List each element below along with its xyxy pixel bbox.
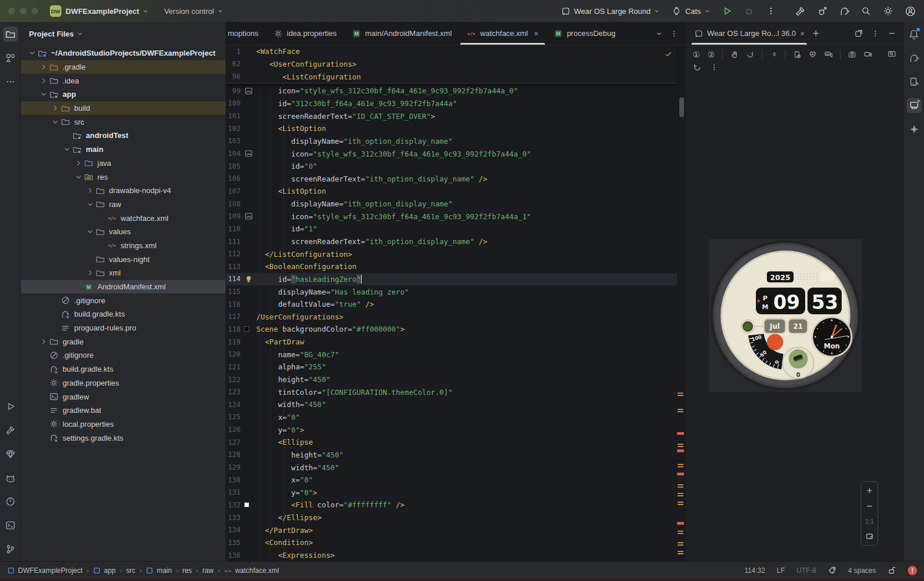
tree-chevron-icon[interactable]: [38, 76, 49, 86]
breadcrumb-item[interactable]: main: [145, 567, 172, 575]
open-in-window-icon[interactable]: [854, 29, 863, 38]
account-button[interactable]: [904, 5, 916, 17]
code-line[interactable]: 123tintColor="[CONFIGURATION.themeColor.…: [226, 386, 677, 398]
line-number[interactable]: 125: [226, 413, 241, 421]
device-settings-icon[interactable]: [793, 50, 801, 59]
code-line[interactable]: 112</ListConfiguration>: [226, 248, 677, 260]
line-number[interactable]: 1: [226, 48, 241, 56]
gutter-color-swatch-white[interactable]: [241, 502, 256, 507]
line-number[interactable]: 129: [226, 463, 241, 471]
more-actions-button[interactable]: [765, 5, 777, 17]
tree-item[interactable]: androidTest: [21, 129, 225, 143]
breadcrumb-item[interactable]: res: [182, 567, 192, 575]
build-button[interactable]: [794, 5, 806, 17]
window-controls[interactable]: [8, 8, 38, 14]
tree-item[interactable]: values-night: [21, 252, 225, 266]
code-line[interactable]: 135<Condition>: [226, 536, 677, 549]
code-line[interactable]: 1<WatchFace: [226, 45, 677, 58]
code-line[interactable]: 105id="0": [226, 160, 677, 173]
code-line[interactable]: 62<UserConfigurations>: [226, 58, 677, 71]
line-number[interactable]: 106: [226, 175, 241, 183]
line-number[interactable]: 107: [226, 187, 241, 195]
gemini-tool-button[interactable]: [907, 122, 922, 137]
line-number[interactable]: 133: [226, 514, 241, 522]
screenshot-icon[interactable]: [848, 50, 856, 59]
tree-chevron-icon[interactable]: [27, 48, 37, 58]
tree-item[interactable]: gradle: [21, 335, 225, 348]
breadcrumb-item[interactable]: </>watchface.xml: [224, 567, 279, 575]
warning-stripe-mark[interactable]: [678, 493, 683, 494]
tree-chevron-icon[interactable]: [85, 227, 95, 237]
close-icon[interactable]: ×: [800, 29, 805, 38]
debug-button[interactable]: [743, 5, 755, 17]
tree-chevron-icon[interactable]: [73, 158, 83, 168]
tree-item[interactable]: gradle.properties: [21, 376, 225, 390]
tree-item[interactable]: .gitignore: [21, 293, 225, 307]
code-line[interactable]: 101screenReaderText="ID_CAT_STEP_OVER">: [226, 110, 677, 122]
line-number[interactable]: 123: [226, 388, 241, 396]
line-number[interactable]: 103: [226, 137, 241, 145]
line-number[interactable]: 102: [226, 125, 241, 133]
code-line[interactable]: 136<Expressions>: [226, 549, 677, 561]
line-number[interactable]: 114: [226, 275, 241, 283]
line-number[interactable]: 111: [226, 238, 241, 246]
settings-button[interactable]: [882, 5, 894, 17]
toolbar-kebab-icon[interactable]: [710, 63, 718, 71]
tree-item[interactable]: </>strings.xml: [21, 239, 225, 253]
line-number[interactable]: 112: [226, 250, 241, 258]
tree-item[interactable]: MAndroidManifest.xml: [21, 280, 225, 294]
line-number[interactable]: 101: [226, 112, 241, 120]
breadcrumb-item[interactable]: app: [93, 567, 115, 575]
line-number[interactable]: 105: [226, 162, 241, 170]
line-number[interactable]: 108: [226, 200, 241, 208]
terminal-tool-button[interactable]: [3, 518, 18, 533]
caret-position-widget[interactable]: 114:32: [744, 567, 765, 575]
profiler-button[interactable]: [816, 5, 828, 17]
tree-item[interactable]: .gitignore: [21, 348, 225, 362]
code-line[interactable]: 122height="450": [226, 373, 677, 386]
line-number[interactable]: 104: [226, 150, 241, 158]
screen-record-icon[interactable]: [864, 49, 872, 59]
profiler-tool-button[interactable]: [3, 446, 18, 462]
add-device-tab-button[interactable]: [812, 29, 820, 38]
code-line[interactable]: 121alpha="255": [226, 361, 677, 373]
maximize-window-button[interactable]: [31, 8, 38, 14]
tree-item[interactable]: Kbuild.gradle.kts: [21, 307, 225, 321]
code-line[interactable]: 127<Ellipse: [226, 436, 677, 449]
tree-item[interactable]: proguard-rules.pro: [21, 321, 225, 335]
gradle-tool-button[interactable]: [907, 50, 922, 66]
line-separator-widget[interactable]: LF: [777, 567, 785, 575]
build-tool-button[interactable]: [3, 423, 18, 438]
code-line[interactable]: 131y="0">: [226, 486, 677, 499]
editor-tab[interactable]: moptions: [226, 22, 266, 45]
tree-chevron-icon[interactable]: [85, 186, 95, 195]
tree-item[interactable]: Ksettings.gradle.kts: [21, 431, 225, 445]
code-line[interactable]: 102<ListOption: [226, 122, 677, 135]
code-line[interactable]: 117/UserConfigurations>: [226, 311, 677, 324]
rotate-device-icon[interactable]: [746, 50, 754, 59]
breadcrumb-item[interactable]: DWFExampleProject: [7, 567, 82, 575]
line-number[interactable]: 113: [226, 263, 241, 271]
gutter-image-preview-icon[interactable]: [241, 86, 256, 96]
button-2-icon[interactable]: ②: [708, 50, 715, 59]
hardware-input-icon[interactable]: [824, 49, 833, 59]
line-number[interactable]: 120: [226, 350, 241, 358]
line-number[interactable]: 136: [226, 551, 241, 560]
device-manager-tool-button[interactable]: [907, 74, 922, 89]
tree-chevron-icon[interactable]: [38, 337, 49, 347]
editor-tab[interactable]: Mmain/AndroidManifest.xml: [344, 22, 460, 45]
close-tab-icon[interactable]: ×: [534, 30, 539, 38]
line-number[interactable]: 116: [226, 300, 241, 308]
run-tool-button[interactable]: [3, 399, 18, 414]
tree-item[interactable]: </>watchface.xml: [21, 211, 225, 225]
code-line[interactable]: 134</PartDraw>: [226, 524, 677, 536]
indent-widget[interactable]: 4 spaces: [848, 567, 876, 575]
panel-options-kebab-icon[interactable]: [871, 30, 879, 38]
code-line[interactable]: 124width="450": [226, 398, 677, 411]
code-line[interactable]: 111screenReaderText="ith_option_display_…: [226, 235, 677, 248]
warning-stripe-mark[interactable]: [678, 464, 683, 465]
tree-chevron-icon[interactable]: [85, 268, 95, 278]
tree-item[interactable]: raw: [21, 198, 225, 212]
notifications-tool-button[interactable]: [907, 27, 922, 42]
code-line[interactable]: 109icon="style_wfs_312c30bf_f64a_461e_9c…: [226, 210, 677, 223]
